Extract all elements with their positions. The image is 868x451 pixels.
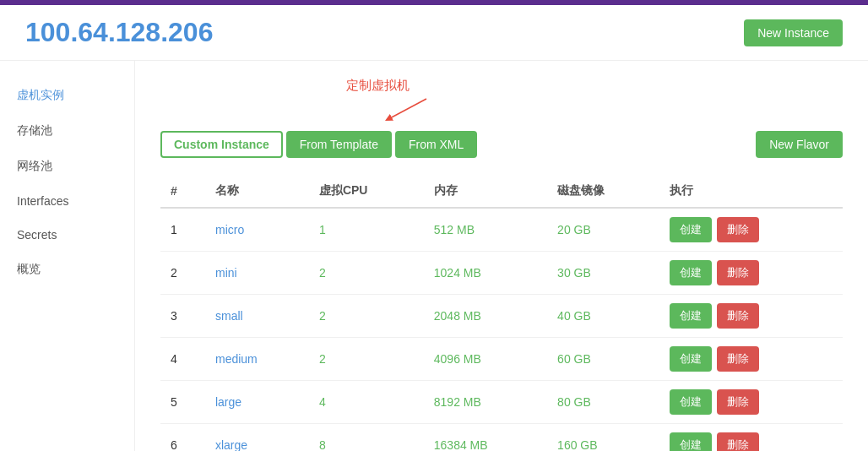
svg-line-1 (388, 99, 426, 119)
cell-num: 5 (160, 381, 205, 424)
cell-cpu: 2 (309, 252, 424, 295)
table-row: 5large48192 MB80 GB创建删除 (160, 381, 843, 424)
sidebar-item-network-pool[interactable]: 网络池 (0, 149, 134, 184)
new-flavor-button[interactable]: New Flavor (756, 131, 843, 158)
cell-cpu: 2 (309, 338, 424, 381)
col-name: 名称 (205, 175, 309, 208)
cell-disk: 40 GB (547, 295, 659, 338)
sidebar-item-secrets[interactable]: Secrets (0, 218, 134, 252)
table-header: # 名称 虚拟CPU 内存 磁盘镜像 执行 (160, 175, 843, 208)
cell-disk: 80 GB (547, 381, 659, 424)
main-content: 定制虚拟机 Custom Instance From Template From… (135, 61, 868, 451)
cell-num: 1 (160, 208, 205, 252)
cell-num: 4 (160, 338, 205, 381)
create-button[interactable]: 创建 (670, 303, 712, 329)
table-row: 2mini21024 MB30 GB创建删除 (160, 252, 843, 295)
col-mem: 内存 (424, 175, 547, 208)
create-button[interactable]: 创建 (670, 432, 712, 451)
annotation-label: 定制虚拟机 (346, 78, 410, 94)
cell-disk: 160 GB (547, 424, 659, 452)
arrow-icon (380, 97, 431, 122)
cell-mem: 1024 MB (424, 252, 547, 295)
from-xml-tab[interactable]: From XML (395, 131, 477, 158)
annotation-container: 定制虚拟机 (346, 78, 431, 122)
sidebar-item-interfaces[interactable]: Interfaces (0, 184, 134, 218)
col-action: 执行 (659, 175, 843, 208)
sidebar: 虚机实例 存储池 网络池 Interfaces Secrets 概览 (0, 61, 135, 451)
cell-cpu: 8 (309, 424, 424, 452)
flavors-table-container: # 名称 虚拟CPU 内存 磁盘镜像 执行 1micro1512 MB20 GB… (160, 175, 843, 451)
action-buttons: 创建删除 (670, 432, 833, 451)
tab-bar: Custom Instance From Template From XML N… (160, 131, 843, 158)
sidebar-item-vm-instances[interactable]: 虚机实例 (0, 78, 134, 113)
action-buttons: 创建删除 (670, 217, 833, 242)
sidebar-item-storage-pool[interactable]: 存储池 (0, 113, 134, 149)
table-row: 6xlarge816384 MB160 GB创建删除 (160, 424, 843, 452)
cell-name: large (205, 381, 309, 424)
col-num: # (160, 175, 205, 208)
ip-address: 100.64.128.206 (25, 17, 213, 48)
cell-action: 创建删除 (659, 424, 843, 452)
create-button[interactable]: 创建 (670, 389, 712, 415)
cell-name: micro (205, 208, 309, 252)
cell-mem: 512 MB (424, 208, 547, 252)
cell-name: mini (205, 252, 309, 295)
create-button[interactable]: 创建 (670, 217, 712, 242)
tab-buttons: Custom Instance From Template From XML (160, 131, 477, 158)
table-row: 4medium24096 MB60 GB创建删除 (160, 338, 843, 381)
cell-cpu: 2 (309, 295, 424, 338)
cell-disk: 30 GB (547, 252, 659, 295)
new-instance-button[interactable]: New Instance (744, 19, 843, 46)
layout: 虚机实例 存储池 网络池 Interfaces Secrets 概览 定制虚拟机 (0, 61, 868, 451)
custom-instance-tab[interactable]: Custom Instance (160, 131, 283, 158)
cell-disk: 60 GB (547, 338, 659, 381)
header: 100.64.128.206 New Instance (0, 5, 868, 61)
cell-num: 6 (160, 424, 205, 452)
create-button[interactable]: 创建 (670, 260, 712, 285)
cell-name: xlarge (205, 424, 309, 452)
delete-button[interactable]: 删除 (717, 432, 759, 451)
delete-button[interactable]: 删除 (717, 346, 759, 372)
cell-cpu: 1 (309, 208, 424, 252)
table-row: 1micro1512 MB20 GB创建删除 (160, 208, 843, 252)
flavors-table: # 名称 虚拟CPU 内存 磁盘镜像 执行 1micro1512 MB20 GB… (160, 175, 843, 451)
cell-name: small (205, 295, 309, 338)
cell-action: 创建删除 (659, 252, 843, 295)
cell-cpu: 4 (309, 381, 424, 424)
action-buttons: 创建删除 (670, 260, 833, 285)
col-disk: 磁盘镜像 (547, 175, 659, 208)
cell-action: 创建删除 (659, 381, 843, 424)
sidebar-item-overview[interactable]: 概览 (0, 252, 134, 287)
cell-num: 2 (160, 252, 205, 295)
action-buttons: 创建删除 (670, 303, 833, 329)
cell-action: 创建删除 (659, 208, 843, 252)
action-buttons: 创建删除 (670, 389, 833, 415)
annotation-wrapper: 定制虚拟机 (160, 78, 843, 122)
cell-mem: 4096 MB (424, 338, 547, 381)
delete-button[interactable]: 删除 (717, 389, 759, 415)
delete-button[interactable]: 删除 (717, 217, 759, 242)
table-row: 3small22048 MB40 GB创建删除 (160, 295, 843, 338)
cell-action: 创建删除 (659, 338, 843, 381)
cell-num: 3 (160, 295, 205, 338)
cell-action: 创建删除 (659, 295, 843, 338)
from-template-tab[interactable]: From Template (286, 131, 392, 158)
col-cpu: 虚拟CPU (309, 175, 424, 208)
cell-mem: 8192 MB (424, 381, 547, 424)
cell-name: medium (205, 338, 309, 381)
table-body: 1micro1512 MB20 GB创建删除2mini21024 MB30 GB… (160, 208, 843, 451)
action-buttons: 创建删除 (670, 346, 833, 372)
delete-button[interactable]: 删除 (717, 303, 759, 329)
cell-mem: 16384 MB (424, 424, 547, 452)
create-button[interactable]: 创建 (670, 346, 712, 372)
delete-button[interactable]: 删除 (717, 260, 759, 285)
cell-disk: 20 GB (547, 208, 659, 252)
cell-mem: 2048 MB (424, 295, 547, 338)
